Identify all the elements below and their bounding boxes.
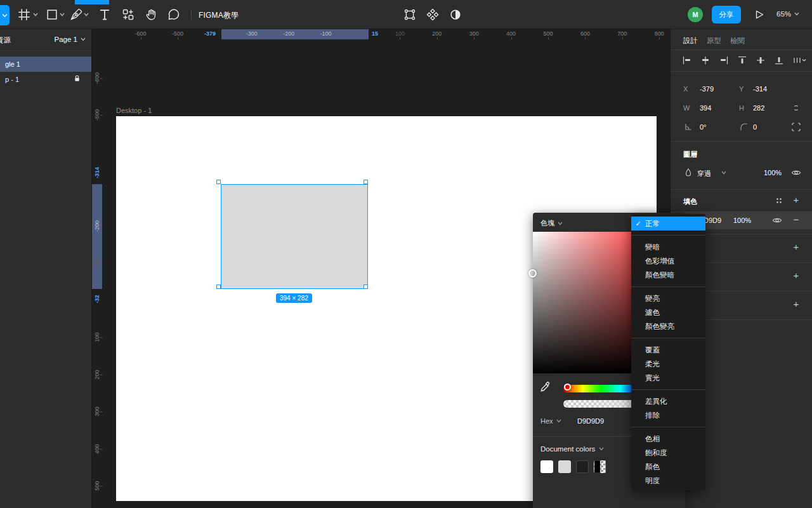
frame-tool-button[interactable]	[18, 8, 30, 21]
share-button[interactable]: 分享	[712, 6, 741, 23]
corner-radius-value[interactable]: 0	[753, 123, 757, 131]
pen-tool-button[interactable]	[70, 8, 82, 21]
tab-inspect[interactable]: 檢閱	[730, 36, 745, 46]
chevron-down-icon	[556, 419, 561, 423]
y-value[interactable]: -314	[753, 85, 767, 93]
blend-mode-option-label: 顏色變暗	[645, 271, 674, 280]
resources-tool-button[interactable]	[122, 8, 134, 21]
blend-mode-option[interactable]: ✓正常	[631, 217, 705, 231]
blend-mode-option[interactable]: 變暗	[631, 240, 705, 254]
align-horizontal-center-icon[interactable]	[700, 55, 710, 65]
resize-handle-ne[interactable]	[363, 180, 368, 184]
eye-icon[interactable]	[772, 215, 782, 225]
selected-rectangle[interactable]	[221, 184, 368, 289]
distribute-icon[interactable]	[792, 55, 806, 65]
ruler-tick-mark	[474, 37, 475, 39]
add-fill-button[interactable]: +	[791, 196, 801, 206]
y-label: Y	[739, 85, 743, 93]
blend-mode-option[interactable]: 覆蓋	[631, 343, 705, 357]
document-colors-header[interactable]: Document colors	[540, 445, 604, 453]
eye-icon[interactable]	[791, 168, 801, 178]
color-format-select[interactable]: Hex	[540, 417, 561, 425]
layer-name: p - 1	[5, 76, 19, 83]
blend-mode-option[interactable]: 變亮	[631, 291, 705, 305]
blend-mode-option[interactable]: 顏色	[631, 460, 705, 474]
hue-handle[interactable]	[564, 384, 571, 391]
styles-grid-icon[interactable]	[774, 196, 784, 206]
hex-value-input[interactable]: D9D9D9	[577, 417, 604, 425]
ruler-tick-label: 700	[617, 30, 627, 37]
align-vertical-center-icon[interactable]	[756, 55, 766, 65]
h-value[interactable]: 282	[753, 104, 764, 112]
blend-mode-option[interactable]: 顏色變亮	[631, 319, 705, 333]
resize-handle-se[interactable]	[363, 284, 368, 289]
add-property-button[interactable]: +	[791, 243, 801, 253]
ruler-tick-mark	[100, 115, 102, 116]
align-top-icon[interactable]	[737, 55, 747, 65]
fill-type-select[interactable]: 色塊	[540, 218, 563, 228]
blend-mode-select[interactable]: 穿過	[697, 169, 711, 178]
create-component-button[interactable]	[426, 8, 439, 21]
independent-corners-icon[interactable]	[791, 122, 801, 132]
layer-opacity-value[interactable]: 100%	[764, 169, 782, 177]
hand-tool-button[interactable]	[145, 8, 157, 21]
blend-mode-option[interactable]: 色相	[631, 432, 705, 446]
color-swatch[interactable]	[576, 460, 589, 473]
w-value[interactable]: 394	[700, 104, 711, 112]
remove-fill-button[interactable]: −	[791, 215, 801, 225]
pen-tool-chevron-icon[interactable]	[84, 13, 89, 17]
rotation-value[interactable]: 0°	[700, 123, 707, 131]
text-tool-button[interactable]	[98, 8, 111, 21]
align-left-icon[interactable]	[682, 55, 692, 65]
blend-mode-option[interactable]: 濾色	[631, 305, 705, 319]
move-tool-button[interactable]	[0, 5, 10, 25]
x-value[interactable]: -379	[700, 85, 714, 93]
chevron-down-icon	[599, 447, 604, 451]
blend-mode-option[interactable]: 差異化	[631, 394, 705, 408]
resize-handle-sw[interactable]	[216, 284, 221, 289]
comment-tool-button[interactable]	[167, 8, 180, 21]
blend-mode-option[interactable]: 排除	[631, 408, 705, 422]
add-property-button[interactable]: +	[791, 271, 801, 281]
color-swatch[interactable]	[558, 460, 571, 473]
blend-mode-option[interactable]: 柔光	[631, 357, 705, 371]
shape-tool-chevron-icon[interactable]	[60, 13, 65, 17]
align-bottom-icon[interactable]	[774, 55, 784, 65]
ruler-tick-label: -200	[283, 30, 294, 37]
blend-mode-option[interactable]: 飽和度	[631, 446, 705, 460]
layer-row[interactable]: gle 1	[0, 57, 92, 72]
eyedropper-icon[interactable]	[539, 380, 552, 393]
layer-row[interactable]: p - 1	[0, 72, 92, 87]
frame-tool-chevron-icon[interactable]	[33, 13, 38, 17]
align-right-icon[interactable]	[719, 55, 729, 65]
ruler-tick-label: -500	[94, 109, 100, 121]
hex-format-label: Hex	[540, 417, 553, 425]
add-property-button[interactable]: +	[791, 300, 801, 310]
h-label: H	[739, 104, 744, 112]
blend-mode-option[interactable]: 實光	[631, 371, 705, 385]
constrain-proportions-icon[interactable]	[791, 103, 801, 113]
tab-design[interactable]: 設計	[683, 36, 698, 46]
tab-assets[interactable]: 資源	[0, 36, 11, 45]
fill-opacity-value[interactable]: 100%	[733, 217, 751, 224]
zoom-control[interactable]: 65%	[776, 10, 799, 18]
sv-handle[interactable]	[528, 269, 537, 277]
blend-mode-option[interactable]: 明度	[631, 474, 705, 488]
resize-handle-nw[interactable]	[216, 180, 221, 184]
page-selector[interactable]: Page 1	[55, 36, 86, 43]
ruler-tick-mark	[100, 486, 102, 486]
color-swatch[interactable]	[540, 460, 553, 473]
present-button[interactable]	[754, 9, 766, 22]
color-swatch[interactable]	[594, 460, 606, 473]
blend-mode-option[interactable]: 色彩增值	[631, 254, 705, 268]
chevron-down-icon	[794, 12, 799, 16]
shape-tool-button[interactable]	[46, 8, 58, 21]
lock-icon[interactable]	[74, 75, 81, 82]
use-as-mask-button[interactable]	[449, 8, 462, 21]
ruler-tick-mark	[400, 37, 400, 39]
avatar[interactable]: M	[688, 7, 703, 22]
edit-object-button[interactable]	[403, 8, 416, 21]
blend-mode-option[interactable]: 顏色變暗	[631, 268, 705, 282]
tab-prototype[interactable]: 原型	[707, 36, 721, 46]
frame-label[interactable]: Desktop - 1	[116, 107, 152, 114]
